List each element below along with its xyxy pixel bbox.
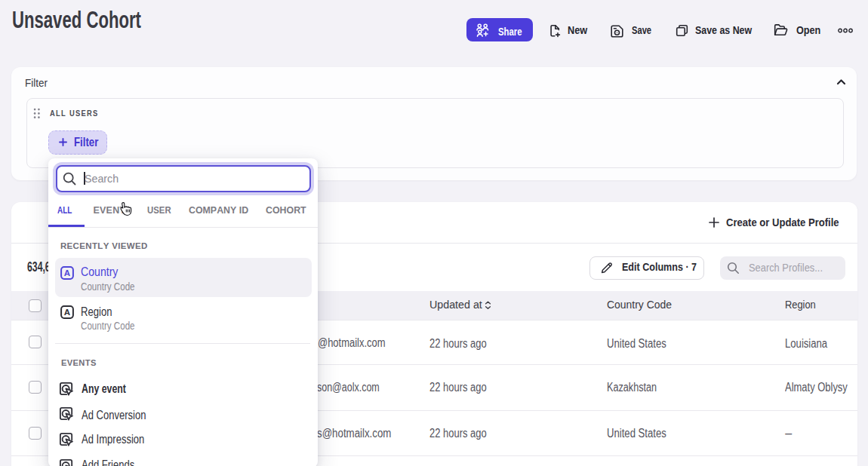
svg-text:A: A	[63, 268, 69, 277]
svg-text:A: A	[63, 308, 69, 317]
